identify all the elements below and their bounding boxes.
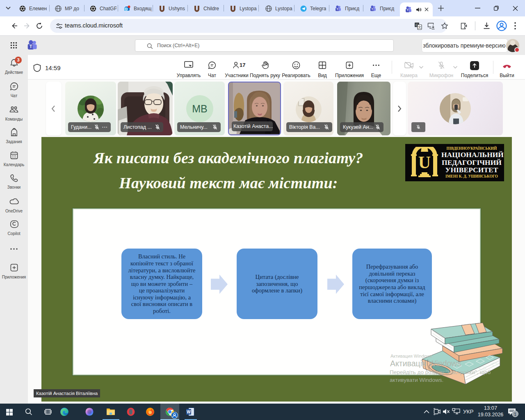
svg-text:T: T [30,44,32,49]
svg-text:W: W [187,410,191,414]
svg-text:文: 文 [418,25,422,29]
svg-text:T: T [371,8,373,11]
svg-text:U: U [418,153,431,172]
svg-text:T: T [336,8,338,11]
